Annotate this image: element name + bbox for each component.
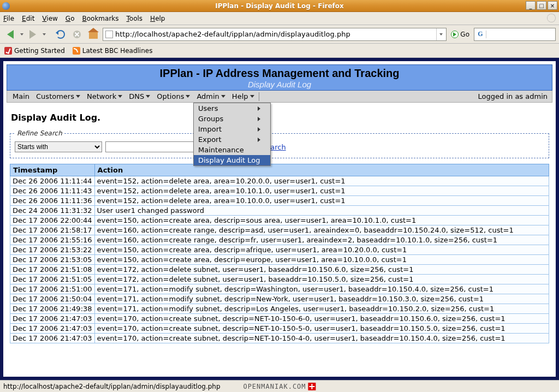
app-subtitle: Display Audit Log bbox=[7, 80, 552, 89]
table-row: Dec 17 2006 21:50:04event=171, action=mo… bbox=[10, 294, 549, 304]
forward-history-dropdown[interactable] bbox=[43, 33, 46, 35]
cell-timestamp: Dec 17 2006 21:47:03 bbox=[10, 334, 95, 343]
app-menu-dns[interactable]: DNS bbox=[126, 91, 153, 102]
cell-action: event=160, action=create range, descrip=… bbox=[94, 235, 549, 245]
chevron-down-icon bbox=[250, 95, 254, 98]
cell-timestamp: Dec 26 2006 11:11:44 bbox=[10, 176, 95, 186]
cell-timestamp: Dec 17 2006 21:51:05 bbox=[10, 275, 95, 284]
back-button[interactable] bbox=[3, 27, 17, 41]
watermark: OPENMANIAK.COM bbox=[243, 383, 316, 390]
arrow-right-icon bbox=[29, 30, 36, 39]
refine-legend: Refine Search bbox=[15, 129, 64, 137]
url-input[interactable] bbox=[115, 30, 436, 38]
menu-view[interactable]: View bbox=[42, 15, 57, 22]
admin-menu-maintenance[interactable]: Maintenance bbox=[194, 145, 270, 155]
menu-tools[interactable]: Tools bbox=[127, 15, 143, 22]
chevron-down-icon bbox=[118, 95, 122, 98]
menu-bookmarks[interactable]: Bookmarks bbox=[82, 15, 118, 22]
table-row: Dec 17 2006 21:49:38event=171, action=mo… bbox=[10, 304, 549, 314]
bookmark-label: Getting Started bbox=[14, 47, 65, 55]
chevron-down-icon bbox=[76, 95, 80, 98]
url-bar[interactable] bbox=[103, 28, 447, 41]
table-row: Dec 26 2006 11:11:43event=152, action=de… bbox=[10, 186, 549, 196]
chevron-down-icon bbox=[221, 95, 225, 98]
admin-menu-groups[interactable]: Groups bbox=[194, 114, 270, 124]
cell-action: event=171, action=modify subnet, descrip… bbox=[94, 294, 549, 304]
admin-menu-import[interactable]: Import bbox=[194, 124, 270, 134]
refine-mode-select[interactable]: Starts with bbox=[15, 141, 102, 152]
forward-button[interactable] bbox=[26, 27, 40, 41]
app-menu-main[interactable]: Main bbox=[9, 91, 33, 102]
go-icon bbox=[453, 32, 456, 37]
col-timestamp: Timestamp bbox=[10, 164, 95, 176]
table-row: Dec 17 2006 21:51:08event=172, action=de… bbox=[10, 265, 549, 275]
table-row: Dec 24 2006 11:31:32User user1 changed p… bbox=[10, 206, 549, 216]
reload-icon bbox=[56, 30, 65, 39]
col-action: Action bbox=[94, 164, 549, 176]
minimize-button[interactable]: _ bbox=[526, 1, 536, 10]
table-row: Dec 26 2006 11:11:36event=152, action=de… bbox=[10, 196, 549, 206]
admin-menu-display-audit-log[interactable]: Display Audit Log bbox=[194, 155, 270, 165]
app-banner: IPPlan - IP Address Management and Track… bbox=[7, 64, 552, 91]
cell-timestamp: Dec 17 2006 21:53:05 bbox=[10, 255, 95, 265]
home-icon bbox=[89, 32, 98, 39]
cell-timestamp: Dec 17 2006 21:49:38 bbox=[10, 304, 95, 314]
rss-icon bbox=[73, 47, 80, 55]
app-title: IPPlan - IP Address Management and Track… bbox=[7, 67, 552, 80]
cell-action: event=152, action=delete area, area=10.1… bbox=[94, 186, 549, 196]
cell-action: event=172, action=delete subnet, user=us… bbox=[94, 265, 549, 275]
cell-timestamp: Dec 24 2006 11:31:32 bbox=[10, 206, 95, 216]
bookmark-label: Latest BBC Headlines bbox=[82, 47, 153, 55]
cell-action: event=170, action=create subnet, descrip… bbox=[94, 324, 549, 334]
submenu-arrow-icon bbox=[258, 117, 260, 121]
cell-timestamp: Dec 17 2006 21:47:03 bbox=[10, 314, 95, 324]
menu-go[interactable]: Go bbox=[66, 15, 75, 22]
navigation-toolbar: Go G bbox=[0, 25, 559, 44]
chevron-down-icon bbox=[146, 95, 150, 98]
bookmark-getting-started[interactable]: Getting Started bbox=[4, 47, 65, 55]
app-menu-network[interactable]: Network bbox=[84, 91, 126, 102]
stop-button[interactable] bbox=[70, 27, 84, 41]
table-row: Dec 17 2006 21:51:05event=172, action=de… bbox=[10, 275, 549, 284]
admin-menu-users[interactable]: Users bbox=[194, 103, 270, 114]
reload-button[interactable] bbox=[53, 27, 68, 41]
swiss-flag-icon bbox=[308, 383, 316, 390]
cell-timestamp: Dec 17 2006 21:51:08 bbox=[10, 265, 95, 275]
home-button[interactable] bbox=[86, 27, 100, 41]
submenu-arrow-icon bbox=[258, 127, 260, 132]
cell-action: event=170, action=create subnet, descrip… bbox=[94, 314, 549, 324]
menu-file[interactable]: FFileile bbox=[3, 15, 14, 22]
refine-search-fieldset: Refine Search Starts with Search bbox=[10, 129, 549, 158]
app-menu-admin[interactable]: Admin bbox=[193, 91, 228, 102]
cell-action: event=150, action=create area, descrip=s… bbox=[94, 216, 549, 225]
bookmark-bbc-headlines[interactable]: Latest BBC Headlines bbox=[73, 47, 153, 55]
cell-timestamp: Dec 17 2006 21:55:16 bbox=[10, 235, 95, 245]
table-row: Dec 17 2006 21:53:22event=150, action=cr… bbox=[10, 245, 549, 255]
cell-action: User user1 changed password bbox=[94, 206, 549, 216]
go-button[interactable]: Go bbox=[449, 28, 472, 41]
search-box[interactable]: G bbox=[474, 28, 556, 41]
menu-separator bbox=[259, 92, 259, 101]
app-menu-help[interactable]: Help bbox=[229, 91, 258, 102]
maximize-button[interactable]: □ bbox=[537, 1, 546, 10]
cell-action: event=150, action=create area, descrip=e… bbox=[94, 255, 549, 265]
cell-timestamp: Dec 26 2006 11:11:36 bbox=[10, 196, 95, 206]
admin-menu-export[interactable]: Export bbox=[194, 134, 270, 145]
back-history-dropdown[interactable] bbox=[20, 33, 23, 35]
cell-action: event=152, action=delete area, area=10.1… bbox=[94, 196, 549, 206]
menu-help[interactable]: Help bbox=[150, 15, 165, 22]
audit-log-table: Timestamp Action Dec 26 2006 11:11:44eve… bbox=[10, 164, 549, 343]
app-menu-options[interactable]: Options bbox=[153, 91, 193, 102]
table-row: Dec 17 2006 21:53:05event=150, action=cr… bbox=[10, 255, 549, 265]
window-titlebar: IPPlan - Display Audit Log - Firefox _ □… bbox=[0, 0, 559, 12]
table-row: Dec 17 2006 21:58:17event=160, action=cr… bbox=[10, 225, 549, 235]
close-button[interactable]: × bbox=[548, 1, 557, 10]
bookmarks-toolbar: Getting Started Latest BBC Headlines bbox=[0, 44, 559, 58]
cell-action: event=150, action=create area, descrip=a… bbox=[94, 245, 549, 255]
menu-edit[interactable]: Edit bbox=[22, 15, 34, 22]
status-text: http://localhost/apache2-default/ipplan/… bbox=[3, 383, 221, 390]
url-dropdown-button[interactable] bbox=[436, 28, 445, 40]
page-heading: Display Audit Log. bbox=[11, 112, 549, 123]
watermark-text: OPENMANIAK.COM bbox=[243, 383, 306, 390]
app-menu-customers[interactable]: Customers bbox=[33, 91, 84, 102]
